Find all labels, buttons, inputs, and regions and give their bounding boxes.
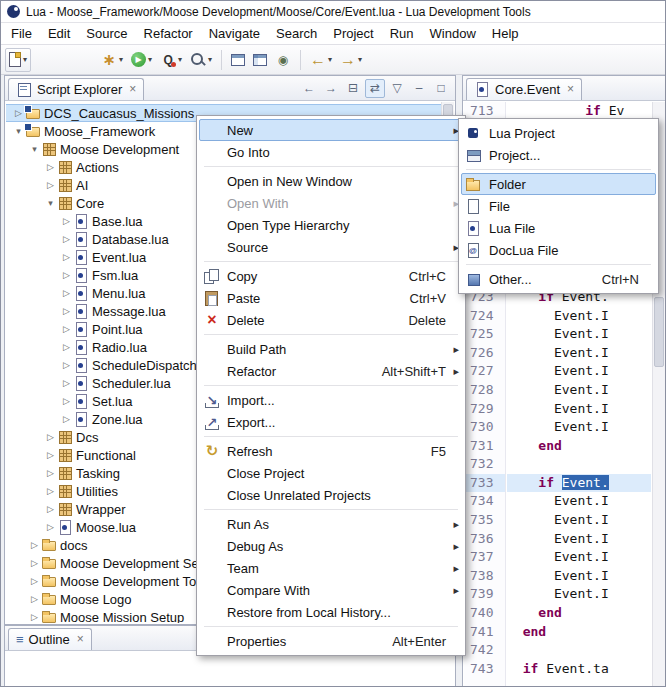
minimize-button[interactable]: –: [409, 79, 429, 98]
tab-script-explorer[interactable]: Script Explorer ×: [8, 78, 144, 100]
collapsed-arrow-icon[interactable]: ▷: [28, 612, 41, 622]
menu-item-build-path[interactable]: Build Path▸: [199, 338, 463, 360]
menu-project[interactable]: Project: [325, 24, 381, 43]
close-icon[interactable]: ×: [77, 632, 84, 646]
toolbar-back-button[interactable]: ←▾: [306, 48, 336, 72]
close-icon[interactable]: ×: [129, 82, 136, 96]
menu-item-open-with[interactable]: Open With▸: [199, 192, 463, 214]
collapsed-arrow-icon[interactable]: ▷: [60, 252, 73, 262]
code-line-740[interactable]: end: [507, 604, 651, 623]
collapsed-arrow-icon[interactable]: ▷: [44, 522, 57, 532]
collapsed-arrow-icon[interactable]: ▷: [60, 288, 73, 298]
code-line-728[interactable]: Event.I: [507, 381, 651, 400]
toolbar-new-button[interactable]: ▾: [5, 48, 31, 72]
collapsed-arrow-icon[interactable]: ▷: [60, 324, 73, 334]
menu-item-copy[interactable]: CopyCtrl+C: [199, 265, 463, 287]
toolbar-open-console-button[interactable]: [227, 48, 249, 72]
menu-item-properties[interactable]: PropertiesAlt+Enter: [199, 630, 463, 652]
code-line-734[interactable]: Event.I: [507, 492, 651, 511]
menu-item-close-project[interactable]: Close Project: [199, 462, 463, 484]
menu-item-refresh[interactable]: ↻RefreshF5: [199, 440, 463, 462]
code-line-739[interactable]: Event.I: [507, 585, 651, 604]
submenu-item-doclua-file[interactable]: DocLua File: [461, 239, 656, 261]
collapsed-arrow-icon[interactable]: ▷: [60, 378, 73, 388]
back-button[interactable]: ←: [299, 79, 319, 98]
collapsed-arrow-icon[interactable]: ▷: [44, 450, 57, 460]
menu-item-close-unrelated-projects[interactable]: Close Unrelated Projects: [199, 484, 463, 506]
submenu-item-file[interactable]: File: [461, 195, 656, 217]
code-line-729[interactable]: Event.I: [507, 400, 651, 419]
menu-file[interactable]: File: [3, 24, 40, 43]
collapsed-arrow-icon[interactable]: ▷: [28, 576, 41, 586]
close-icon[interactable]: ×: [567, 82, 574, 96]
tab-core-event[interactable]: Core.Event ×: [466, 78, 582, 100]
toolbar-external-tools-button[interactable]: ∗▾: [97, 48, 127, 72]
menu-item-restore-from-local-history[interactable]: Restore from Local History...: [199, 601, 463, 623]
collapsed-arrow-icon[interactable]: ▷: [44, 468, 57, 478]
tab-outline[interactable]: ≡ Outline ×: [8, 628, 92, 650]
menu-item-open-type-hierarchy[interactable]: Open Type Hierarchy: [199, 214, 463, 236]
menu-item-compare-with[interactable]: Compare With▸: [199, 579, 463, 601]
code-line-742[interactable]: [507, 641, 651, 660]
toolbar-run-button[interactable]: ▶▾: [127, 48, 156, 72]
menu-item-paste[interactable]: PasteCtrl+V: [199, 287, 463, 309]
toolbar-pin-editor-button[interactable]: ◉: [271, 48, 295, 72]
menu-item-export[interactable]: ↗Export...: [199, 411, 463, 433]
code-line-726[interactable]: Event.I: [507, 344, 651, 363]
menu-item-new[interactable]: New▸: [199, 119, 463, 141]
collapsed-arrow-icon[interactable]: ▷: [60, 234, 73, 244]
code-line-725[interactable]: Event.I: [507, 325, 651, 344]
menu-item-debug-as[interactable]: Debug As▸: [199, 535, 463, 557]
menu-item-delete[interactable]: ×DeleteDelete: [199, 309, 463, 331]
menu-navigate[interactable]: Navigate: [201, 24, 268, 43]
collapsed-arrow-icon[interactable]: ▷: [28, 594, 41, 604]
menu-item-import[interactable]: ↘Import...: [199, 389, 463, 411]
toolbar-open-view-button[interactable]: [249, 48, 271, 72]
submenu-item-lua-project[interactable]: Lua Project: [461, 122, 656, 144]
menu-run[interactable]: Run: [382, 24, 422, 43]
forward-button[interactable]: →: [321, 79, 341, 98]
collapsed-arrow-icon[interactable]: ▷: [60, 414, 73, 424]
code-line-733[interactable]: if Event.: [507, 474, 651, 493]
menu-window[interactable]: Window: [422, 24, 484, 43]
collapsed-arrow-icon[interactable]: ▷: [44, 504, 57, 514]
link-with-editor-button[interactable]: ⇄: [365, 79, 385, 98]
menu-item-run-as[interactable]: Run As▸: [199, 513, 463, 535]
code-line-738[interactable]: Event.I: [507, 567, 651, 586]
collapsed-arrow-icon[interactable]: ▷: [28, 558, 41, 568]
collapsed-arrow-icon[interactable]: ▷: [60, 270, 73, 280]
collapsed-arrow-icon[interactable]: ▷: [44, 162, 57, 172]
code-line-737[interactable]: Event.I: [507, 548, 651, 567]
collapse-all-button[interactable]: ⊟: [343, 79, 363, 98]
submenu-item-other[interactable]: Other...Ctrl+N: [461, 268, 656, 290]
maximize-button[interactable]: □: [431, 79, 451, 98]
code-line-724[interactable]: Event.I: [507, 307, 651, 326]
code-line-741[interactable]: end: [507, 623, 651, 642]
menu-item-source[interactable]: Source▸: [199, 236, 463, 258]
menu-help[interactable]: Help: [484, 24, 527, 43]
collapsed-arrow-icon[interactable]: ▷: [44, 486, 57, 496]
menu-refactor[interactable]: Refactor: [136, 24, 201, 43]
code-line-727[interactable]: Event.I: [507, 362, 651, 381]
scrollbar-thumb[interactable]: [654, 297, 664, 367]
menu-item-go-into[interactable]: Go Into: [199, 141, 463, 163]
code-line-743[interactable]: if Event.ta: [507, 660, 651, 679]
code-line-731[interactable]: end: [507, 437, 651, 456]
expanded-arrow-icon[interactable]: ▾: [28, 144, 41, 154]
code-line-730[interactable]: Event.I: [507, 418, 651, 437]
code-line-735[interactable]: Event.I: [507, 511, 651, 530]
collapsed-arrow-icon[interactable]: ▷: [60, 342, 73, 352]
toolbar-forward-button[interactable]: →▾: [336, 48, 366, 72]
view-menu-button[interactable]: ▽: [387, 79, 407, 98]
menu-source[interactable]: Source: [78, 24, 135, 43]
code-line-736[interactable]: Event.I: [507, 530, 651, 549]
collapsed-arrow-icon[interactable]: ▷: [60, 306, 73, 316]
collapsed-arrow-icon[interactable]: ▷: [28, 540, 41, 550]
submenu-item-lua-file[interactable]: Lua File: [461, 217, 656, 239]
toolbar-search-button[interactable]: ▾: [186, 48, 216, 72]
menu-item-refactor[interactable]: RefactorAlt+Shift+T▸: [199, 360, 463, 382]
submenu-item-folder[interactable]: Folder: [461, 173, 656, 195]
menu-item-team[interactable]: Team▸: [199, 557, 463, 579]
collapsed-arrow-icon[interactable]: ▷: [60, 216, 73, 226]
expanded-arrow-icon[interactable]: ▾: [44, 198, 57, 208]
